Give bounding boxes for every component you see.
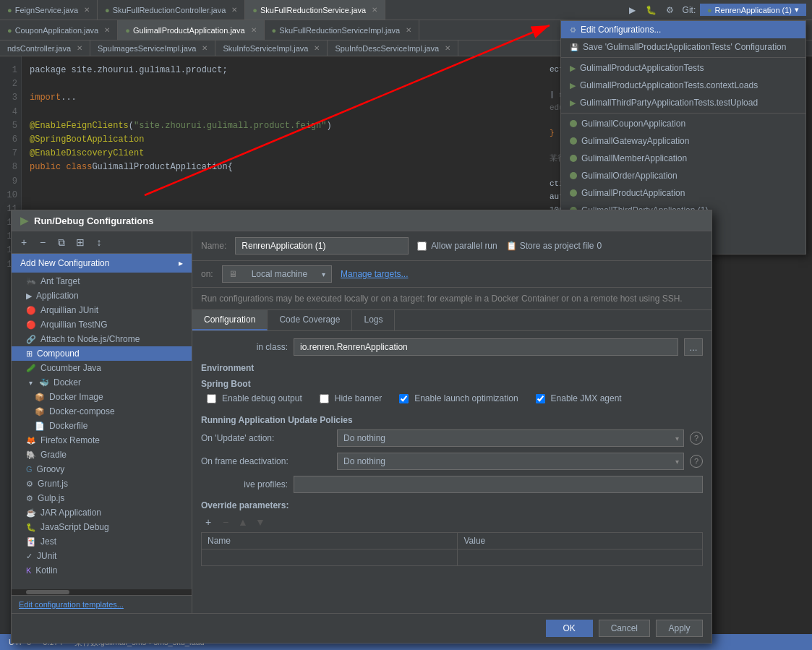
- close-spuinfodesc-icon[interactable]: ✕: [445, 44, 450, 52]
- enable-debug-output-checkbox[interactable]: [207, 394, 216, 403]
- move-config-button[interactable]: ⊞: [72, 234, 88, 250]
- close-feign-icon[interactable]: ✕: [84, 6, 90, 14]
- tree-arquillian-junit[interactable]: 🔴 Arquillian JUnit: [12, 303, 192, 317]
- tree-gruntjs[interactable]: ⚙ Grunt.js: [12, 476, 192, 491]
- ok-button[interactable]: OK: [546, 620, 593, 637]
- store-project-file-btn[interactable]: 📋 Store as project file 0: [506, 241, 602, 251]
- move-param-up-button[interactable]: ▲: [236, 515, 250, 529]
- copy-config-button[interactable]: ⧉: [54, 234, 69, 250]
- product-app-item[interactable]: GulimallProductApplication: [561, 184, 805, 202]
- settings-icon[interactable]: ⚙: [662, 2, 678, 18]
- edit-templates-link[interactable]: Edit configuration templates...: [12, 595, 192, 613]
- tree-attach-nodejs[interactable]: 🔗 Attach to Node.js/Chrome: [12, 332, 192, 346]
- tree-compound[interactable]: ⊞ Compound: [12, 346, 192, 361]
- close-skufullservice-icon[interactable]: ✕: [372, 6, 377, 14]
- tab-nds[interactable]: ndsController.java ✕: [0, 40, 90, 56]
- tab-skufullimpl[interactable]: ● SkuFullReductionServiceImpl.java ✕: [265, 20, 420, 40]
- move-param-down-button[interactable]: ▼: [253, 515, 268, 529]
- active-profiles-input[interactable]: [294, 476, 703, 493]
- close-coupon-icon[interactable]: ✕: [104, 26, 110, 34]
- close-spuimages-icon[interactable]: ✕: [202, 44, 208, 52]
- tab-skufullservice[interactable]: ● SkuFullReductionService.java ✕: [245, 0, 385, 20]
- run-icon-upload: ▶: [570, 98, 576, 108]
- close-skuinfo-icon[interactable]: ✕: [314, 44, 320, 52]
- close-skufullimpl-icon[interactable]: ✕: [406, 26, 411, 34]
- tree-firefox-remote[interactable]: 🦊 Firefox Remote: [12, 433, 192, 448]
- tree-docker-image[interactable]: 📦 Docker Image: [12, 390, 192, 404]
- edit-configurations-item[interactable]: ⚙ Edit Configurations...: [561, 21, 805, 38]
- app-contextloads-item[interactable]: ▶ GulimallProductApplicationTests.contex…: [561, 77, 805, 94]
- on-update-help-icon[interactable]: ?: [690, 432, 703, 445]
- remove-param-button[interactable]: −: [218, 515, 233, 529]
- run-icon[interactable]: ▶: [625, 2, 641, 18]
- remove-config-button[interactable]: −: [35, 234, 51, 250]
- tab-code-coverage[interactable]: Code Coverage: [268, 310, 352, 330]
- tree-junit[interactable]: ✓ JUnit: [12, 549, 192, 563]
- left-panel-scrollbar[interactable]: [12, 589, 192, 595]
- member-app-item[interactable]: GulimallMemberApplication: [561, 150, 805, 167]
- tree-cucumber-java[interactable]: 🥒 Cucumber Java: [12, 361, 192, 375]
- save-icon: 💾: [570, 43, 578, 51]
- new-config-expand-icon[interactable]: ▸: [179, 258, 183, 268]
- config-name-row: Name: Allow parallel run 📋 Store as proj…: [192, 231, 711, 261]
- cancel-button[interactable]: Cancel: [599, 620, 650, 637]
- enable-launch-opt-checkbox[interactable]: [399, 394, 409, 403]
- dialog-titlebar: ▶ Run/Debug Configurations: [12, 210, 711, 231]
- renren-app-dropdown[interactable]: ● RenrenApplication (1) ▾: [700, 4, 806, 16]
- tree-jest[interactable]: 🃏 Jest: [12, 534, 192, 549]
- tab-gulimall-product[interactable]: ● GulimallProductApplication.java ✕: [118, 20, 264, 40]
- on-update-select[interactable]: Do nothing ▾: [337, 429, 684, 447]
- tree-gulpjs[interactable]: ⚙ Gulp.js: [12, 491, 192, 505]
- main-class-label: in class:: [201, 342, 288, 352]
- apply-button[interactable]: Apply: [656, 620, 703, 637]
- tree-jar-application[interactable]: ☕ JAR Application: [12, 505, 192, 520]
- app-tests-item[interactable]: ▶ GulimallProductApplicationTests: [561, 59, 805, 77]
- new-config-banner[interactable]: Add New Configuration ▸: [12, 254, 192, 273]
- tree-javascript-debug[interactable]: 🐛 JavaScript Debug: [12, 520, 192, 534]
- tree-kotlin[interactable]: K Kotlin: [12, 563, 192, 578]
- config-name-input[interactable]: [235, 237, 409, 255]
- tab-spuimages[interactable]: SpuImagesServiceImpl.java ✕: [90, 40, 215, 56]
- on-frame-select[interactable]: Do nothing ▾: [337, 453, 684, 470]
- sort-config-button[interactable]: ↕: [91, 234, 107, 250]
- tab-logs[interactable]: Logs: [352, 310, 395, 330]
- store-project-icon: 📋: [506, 241, 517, 251]
- allow-parallel-label: Allow parallel run: [431, 241, 497, 251]
- dialog-body: + − ⧉ ⊞ ↕ Add New Configuration ▸ 🐜 Ant …: [12, 231, 711, 613]
- add-param-button[interactable]: +: [201, 515, 215, 529]
- tab-configuration[interactable]: Configuration: [192, 310, 268, 330]
- close-skufull-icon[interactable]: ✕: [231, 6, 237, 14]
- environment-section-title: Environment: [201, 363, 703, 373]
- order-app-item[interactable]: GulimallOrderApplication: [561, 167, 805, 184]
- debug-icon[interactable]: 🐛: [644, 2, 659, 18]
- add-config-button[interactable]: +: [16, 234, 32, 250]
- git-icon[interactable]: Git:: [681, 2, 697, 18]
- tree-groovy[interactable]: G Groovy: [12, 462, 192, 476]
- thirdparty-upload-item[interactable]: ▶ GulimallThirdPartyApplicationTests.tes…: [561, 94, 805, 111]
- tree-docker[interactable]: ▾ 🐳 Docker: [12, 375, 192, 390]
- tab-feign[interactable]: ● FeignService.java ✕: [0, 0, 98, 20]
- tab-skuinfo[interactable]: SkuInfoServiceImpl.java ✕: [215, 40, 328, 56]
- close-gulimall-icon[interactable]: ✕: [251, 26, 257, 34]
- gateway-app-item[interactable]: GulimallGatewayApplication: [561, 132, 805, 150]
- tab-spuinfodesc[interactable]: SpuInfoDescServiceImpl.java ✕: [328, 40, 458, 56]
- tree-dockerfile[interactable]: 📄 Dockerfile: [12, 419, 192, 433]
- main-class-input[interactable]: [294, 338, 678, 356]
- allow-parallel-checkbox[interactable]: [417, 241, 427, 251]
- tree-ant-target[interactable]: 🐜 Ant Target: [12, 274, 192, 288]
- target-machine-select[interactable]: 🖥 Local machine ▾: [222, 265, 332, 283]
- close-nds-icon[interactable]: ✕: [77, 44, 82, 52]
- tree-gradle[interactable]: 🐘 Gradle: [12, 448, 192, 462]
- tab-coupon[interactable]: ● CouponApplication.java ✕: [0, 20, 118, 40]
- save-config-item[interactable]: 💾 Save 'GulimallProductApplicationTests'…: [561, 38, 805, 56]
- browse-main-class-button[interactable]: ...: [684, 338, 703, 356]
- tree-docker-compose[interactable]: 📦 Docker-compose: [12, 404, 192, 419]
- enable-jmx-checkbox[interactable]: [536, 394, 545, 403]
- tab-skufull[interactable]: ● SkuFullReductionController.java ✕: [98, 0, 245, 20]
- manage-targets-link[interactable]: Manage targets...: [341, 269, 408, 279]
- on-frame-help-icon[interactable]: ?: [690, 455, 703, 468]
- tree-application[interactable]: ▶ Application: [12, 288, 192, 303]
- hide-banner-checkbox[interactable]: [320, 394, 329, 403]
- tree-arquillian-testng[interactable]: 🔴 Arquillian TestNG: [12, 317, 192, 332]
- coupon-app-item[interactable]: GulimallCouponApplication: [561, 115, 805, 132]
